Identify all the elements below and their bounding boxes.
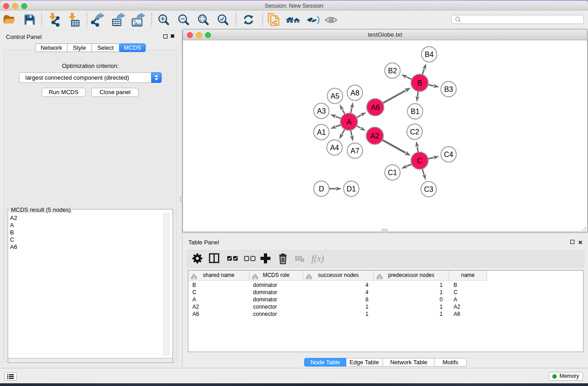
svg-text:B4: B4	[425, 51, 434, 58]
svg-text:B2: B2	[388, 67, 397, 75]
svg-text:C1: C1	[388, 169, 397, 176]
svg-text:A: A	[347, 118, 352, 126]
svg-text:A4: A4	[330, 144, 339, 152]
svg-text:C4: C4	[444, 151, 454, 158]
svg-text:C2: C2	[410, 128, 420, 136]
svg-text:D: D	[319, 185, 324, 193]
svg-text:A8: A8	[350, 89, 359, 97]
svg-text:A6: A6	[371, 104, 380, 111]
svg-text:f(x): f(x)	[311, 253, 324, 264]
svg-text:B3: B3	[444, 86, 453, 93]
svg-text:C3: C3	[424, 186, 434, 193]
svg-text:A3: A3	[317, 107, 326, 115]
svg-text:A1: A1	[317, 129, 326, 136]
svg-text:B: B	[417, 79, 422, 87]
svg-text:D1: D1	[347, 185, 356, 193]
svg-text:A5: A5	[330, 92, 339, 100]
svg-text:A2: A2	[370, 132, 379, 140]
svg-text:B1: B1	[411, 108, 420, 115]
svg-text:C: C	[417, 157, 422, 165]
svg-text:A7: A7	[350, 147, 359, 155]
